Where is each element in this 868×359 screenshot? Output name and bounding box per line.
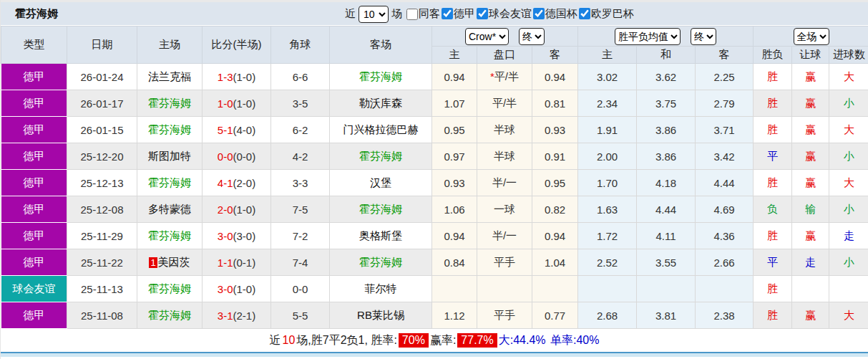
- score-cell: 2-0(1-0): [203, 196, 271, 223]
- home-team-name[interactable]: 法兰克福: [148, 70, 191, 82]
- filter-club-friendly-checkbox[interactable]: [477, 8, 488, 19]
- avg-draw-odds-cell: 3.86: [637, 143, 696, 170]
- score-cell: 0-0(0-0): [203, 143, 271, 170]
- avg-home-odds-cell: 2.52: [578, 249, 637, 276]
- handicap-result-cell: 赢: [792, 170, 829, 196]
- result-cell: 胜: [754, 276, 792, 302]
- corners-cell: 3-5: [271, 90, 330, 117]
- avg-home-odds-cell: 1.70: [578, 170, 637, 196]
- home-team-name[interactable]: 霍芬海姆: [148, 309, 191, 321]
- full-time-score: 4-1: [218, 177, 233, 189]
- full-time-score: 5-1: [218, 124, 233, 136]
- table-row: 德甲25-12-08多特蒙德2-0(1-0)7-5霍芬海姆1.06一球0.821…: [1, 196, 868, 223]
- recent-count-select[interactable]: 10: [359, 6, 389, 23]
- handicap-home-odds-cell: 0.84: [432, 249, 477, 276]
- avg-away-odds-cell: 2.66: [696, 249, 754, 276]
- handicap-away-odds-cell: 0.94: [532, 64, 578, 90]
- away-team-name[interactable]: 菲尔特: [365, 282, 397, 295]
- away-team-name[interactable]: 霍芬海姆: [359, 203, 402, 215]
- away-team-name[interactable]: 奥格斯堡: [359, 229, 402, 241]
- half-time-score: (4-0): [233, 124, 256, 136]
- goals-result-cell: 小: [829, 196, 868, 223]
- score-cell: 3-0(1-0): [203, 276, 271, 302]
- goals-result-cell: 小: [829, 249, 868, 276]
- avg-draw-odds-cell: 4.11: [637, 223, 696, 249]
- corners-cell: 7-5: [271, 196, 330, 223]
- home-team-cell: 霍芬海姆: [137, 117, 203, 143]
- away-team-cell: 霍芬海姆: [330, 249, 432, 276]
- handicap-win-rate-badge: 77.7%: [457, 333, 497, 348]
- home-team-name[interactable]: 霍芬海姆: [148, 123, 191, 135]
- match-history-table: 类型 日期 主场 比分(半场) 角球 客场 Crow* 终 胜平负均值 终: [1, 26, 868, 329]
- score-cell: 3-0(3-0): [203, 223, 271, 249]
- half-time-score: (1-0): [233, 283, 256, 295]
- away-team-cell: 霍芬海姆: [330, 64, 432, 90]
- matches-label: 场: [391, 7, 402, 21]
- avg-away-odds-cell: [696, 276, 754, 302]
- avg-odds-select[interactable]: 胜平负均值: [615, 28, 681, 45]
- full-time-score: 1-3: [218, 71, 233, 83]
- home-team-name[interactable]: 多特蒙德: [148, 203, 191, 215]
- league-cell: 德甲: [1, 196, 67, 223]
- col-header-corners: 角球: [271, 27, 330, 64]
- same-away-label: 同客: [419, 7, 440, 21]
- handicap-line-cell: 半/一: [477, 170, 532, 196]
- handicap-line-cell: 半球: [477, 143, 532, 170]
- handicap-result-cell: 走: [792, 249, 829, 276]
- home-team-cell: 霍芬海姆: [137, 170, 203, 196]
- home-team-name[interactable]: 霍芬海姆: [148, 229, 191, 241]
- home-team-name[interactable]: 美因茨: [158, 256, 190, 268]
- away-team-cell: 门兴格拉德巴赫: [330, 117, 432, 143]
- scope-select[interactable]: 全场: [794, 28, 829, 45]
- result-cell: 胜: [754, 223, 792, 249]
- handicap-state-select[interactable]: 终: [519, 28, 545, 45]
- avg-draw-odds-cell: [637, 276, 696, 302]
- handicap-home-odds-cell: 1.12: [432, 302, 477, 329]
- handicap-home-odds-cell: 0.94: [432, 223, 477, 249]
- handicap-away-odds-cell: 1.04: [532, 249, 578, 276]
- date-cell: 25-12-13: [67, 170, 137, 196]
- avg-away-odds-cell: 4.36: [696, 223, 754, 249]
- avg-draw-odds-cell: 3.81: [637, 302, 696, 329]
- full-time-score: 3-0: [218, 230, 233, 242]
- home-team-name[interactable]: 霍芬海姆: [148, 176, 191, 188]
- away-team-name[interactable]: RB莱比锡: [357, 309, 404, 321]
- avg-home-odds-cell: 2.68: [578, 302, 637, 329]
- corners-cell: 4-2: [271, 143, 330, 170]
- away-team-name[interactable]: 霍芬海姆: [359, 256, 402, 268]
- same-away-checkbox[interactable]: [406, 9, 418, 20]
- half-time-score: (2-1): [233, 310, 256, 322]
- sub-header-result: 胜负: [754, 47, 792, 64]
- live-star-marker: *: [490, 70, 494, 82]
- home-team-name[interactable]: 霍芬海姆: [148, 282, 191, 295]
- score-cell: 1-1(0-1): [203, 249, 271, 276]
- date-cell: 25-12-08: [67, 196, 137, 223]
- avg-away-odds-cell: 2.25: [696, 64, 754, 90]
- handicap-home-odds-cell: 0.95: [432, 117, 477, 143]
- bookmaker-select[interactable]: Crow*: [465, 28, 509, 45]
- home-team-name[interactable]: 斯图加特: [148, 150, 191, 162]
- filter-europa-league-checkbox[interactable]: [579, 8, 590, 19]
- away-team-name[interactable]: 勒沃库森: [359, 97, 402, 109]
- table-row: 德甲26-01-24法兰克福1-3(1-0)6-6霍芬海姆0.94*平/半0.9…: [1, 64, 868, 90]
- home-team-cell: 多特蒙德: [137, 196, 203, 223]
- avg-state-select[interactable]: 终: [691, 28, 716, 45]
- sub-header-handicap-result: 让球: [792, 47, 829, 64]
- sub-header-avg-draw: 和: [637, 47, 696, 64]
- home-team-name[interactable]: 霍芬海姆: [148, 97, 191, 109]
- away-team-name[interactable]: 霍芬海姆: [359, 150, 402, 162]
- scope-section-header: 全场: [754, 27, 868, 47]
- filter-dfb-pokal-checkbox[interactable]: [533, 8, 545, 19]
- league-cell: 德甲: [1, 223, 67, 249]
- avg-home-odds-cell: 2.34: [578, 90, 637, 117]
- away-team-name[interactable]: 门兴格拉德巴赫: [343, 123, 419, 135]
- filter-bundesliga-checkbox[interactable]: [442, 8, 453, 19]
- filter-toolbar: 近 10 场 同客 德甲球会友谊德国杯欧罗巴杯: [345, 2, 634, 26]
- away-team-name[interactable]: 霍芬海姆: [359, 70, 402, 82]
- handicap-home-odds-cell: 0.94: [432, 64, 477, 90]
- avg-draw-odds-cell: 4.18: [637, 170, 696, 196]
- home-team-cell: 霍芬海姆: [137, 90, 203, 117]
- corners-cell: 0-0: [271, 276, 330, 302]
- away-team-name[interactable]: 汉堡: [370, 176, 391, 188]
- handicap-result-cell: 赢: [792, 302, 829, 329]
